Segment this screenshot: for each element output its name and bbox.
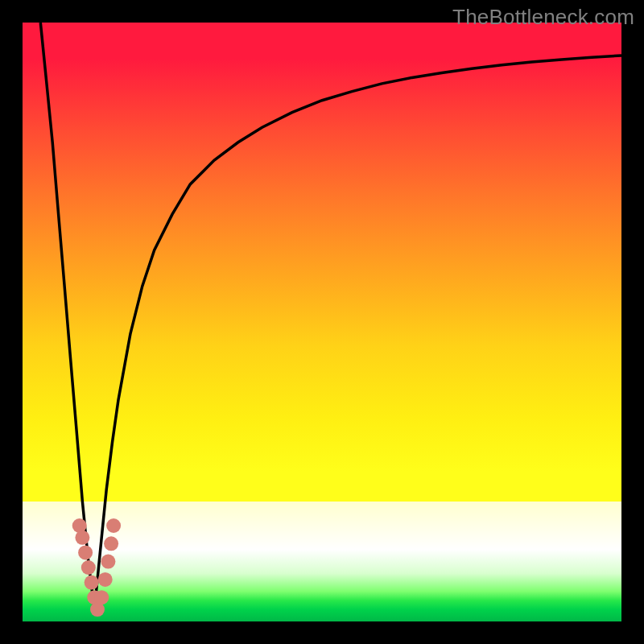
dot	[98, 572, 113, 587]
bottleneck-curve-right	[94, 56, 621, 609]
bottleneck-curve-left	[40, 23, 94, 609]
dot	[104, 536, 118, 551]
curve-group	[40, 23, 621, 609]
plot-area	[23, 23, 621, 621]
dot	[75, 530, 89, 545]
dot	[78, 545, 93, 559]
chart-frame: TheBottleneck.com	[0, 0, 644, 644]
watermark-text: TheBottleneck.com	[452, 5, 634, 30]
dot	[85, 576, 99, 590]
dot	[106, 518, 121, 533]
highlight-dots	[72, 518, 121, 617]
curve-layer	[23, 23, 621, 621]
dot	[81, 560, 96, 575]
dot	[94, 590, 109, 605]
dot	[101, 555, 115, 569]
